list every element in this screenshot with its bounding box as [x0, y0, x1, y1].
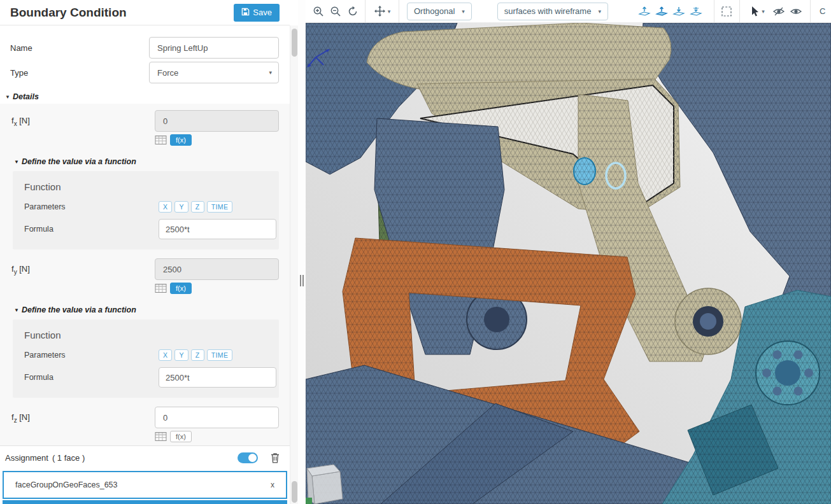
assignment-item-selection-bar — [3, 500, 287, 504]
render-mode-select[interactable]: surfaces with wireframe ▾ — [497, 3, 608, 20]
fx-table-button[interactable] — [155, 135, 167, 145]
function-title: Function — [24, 181, 278, 192]
trash-icon[interactable] — [271, 452, 280, 463]
page-title: Boundary Condition — [10, 6, 127, 20]
toolbar-separator — [810, 0, 811, 23]
clip-plane-2-icon[interactable] — [653, 3, 671, 20]
collapse-triangle-icon: ▼ — [14, 307, 19, 313]
panel-splitter[interactable] — [298, 0, 306, 504]
param-time-button[interactable]: TIME — [207, 349, 233, 361]
visibility-off-icon[interactable] — [771, 3, 788, 20]
fy-formula-input[interactable] — [159, 367, 276, 388]
zoom-in-icon[interactable] — [309, 3, 327, 20]
fx-define-function-header[interactable]: ▼ Define the value via a function — [14, 157, 279, 166]
chevron-down-icon: ▾ — [269, 69, 272, 76]
param-x-button[interactable]: X — [159, 349, 172, 361]
type-label: Type — [10, 68, 149, 78]
assignment-item-label: faceGroupOnGeoFaces_653 — [15, 480, 118, 489]
zoom-out-icon[interactable] — [327, 3, 344, 20]
face-selection-circle[interactable] — [574, 158, 595, 185]
projection-select[interactable]: Orthogonal ▾ — [407, 3, 472, 20]
fy-define-function-header[interactable]: ▼ Define the value via a function — [14, 305, 279, 314]
visibility-on-icon[interactable] — [788, 3, 805, 20]
viewport-toolbar: ▾ Orthogonal ▾ surfaces with wireframe ▾ — [306, 0, 831, 23]
chevron-down-icon: ▾ — [462, 8, 465, 15]
viewport-area: ▾ Orthogonal ▾ surfaces with wireframe ▾ — [306, 0, 831, 504]
assignment-label: Assignment — [5, 453, 48, 463]
fz-table-button[interactable] — [155, 431, 167, 442]
param-z-button[interactable]: Z — [191, 349, 204, 361]
refresh-icon[interactable] — [344, 3, 361, 20]
name-input[interactable] — [149, 37, 279, 59]
fx-input[interactable] — [155, 110, 279, 132]
parameters-label: Parameters — [24, 351, 159, 360]
chevron-down-icon: ▾ — [598, 8, 601, 15]
scrollbar-thumb[interactable] — [292, 481, 297, 503]
fz-row: fz [N] f(x) — [10, 407, 279, 442]
pan-tool-icon[interactable]: ▾ — [368, 3, 396, 20]
param-y-button[interactable]: Y — [174, 201, 188, 213]
fz-function-button[interactable]: f(x) — [170, 431, 192, 442]
app: Boundary Condition Save Name Type Force … — [0, 0, 831, 504]
fy-function-button[interactable]: f(x) — [170, 283, 192, 294]
details-block: fx [N] f(x) ▼ Define the value via a fu — [0, 104, 290, 458]
fx-row: fx [N] f(x) — [10, 110, 279, 146]
assignment-count: ( 1 face ) — [52, 453, 85, 463]
fz-label: fz [N] — [10, 407, 155, 424]
fx-label: fx [N] — [10, 110, 155, 127]
param-x-button[interactable]: X — [159, 201, 172, 213]
fy-input[interactable] — [155, 258, 279, 280]
parameters-label: Parameters — [24, 202, 159, 211]
remove-assignment-button[interactable]: x — [266, 478, 280, 492]
clipped-toolbar-button[interactable]: C — [820, 6, 825, 16]
type-select[interactable]: Force ▾ — [149, 62, 279, 83]
formula-label: Formula — [24, 373, 159, 382]
pointer-tool-icon[interactable]: ▾ — [745, 3, 771, 20]
clip-plane-3-icon[interactable] — [671, 3, 688, 20]
3d-model-canvas[interactable] — [306, 23, 831, 504]
assignment-section: Assignment ( 1 face ) faceGroupOnGeoFace… — [0, 445, 290, 504]
toolbar-separator — [365, 0, 366, 23]
splitter-handle-icon[interactable] — [300, 275, 304, 286]
param-y-button[interactable]: Y — [174, 349, 188, 361]
nav-cube-icon[interactable] — [306, 465, 343, 504]
panel-scrollbar[interactable] — [290, 25, 298, 504]
chevron-down-icon: ▾ — [388, 8, 391, 15]
save-button[interactable]: Save — [234, 4, 280, 22]
save-icon — [241, 8, 250, 18]
panel-header: Boundary Condition Save — [0, 0, 290, 25]
collapse-triangle-icon: ▼ — [5, 94, 10, 100]
param-z-button[interactable]: Z — [191, 201, 204, 213]
formula-label: Formula — [24, 225, 159, 234]
fy-function-box: Function Parameters X Y Z TIME Formula — [13, 319, 279, 398]
fy-table-button[interactable] — [155, 283, 167, 293]
boundary-condition-panel: Boundary Condition Save Name Type Force … — [0, 0, 290, 504]
fy-label: fy [N] — [10, 258, 155, 276]
assignment-toggle[interactable] — [238, 452, 258, 463]
chevron-down-icon: ▾ — [762, 8, 765, 15]
fx-formula-input[interactable] — [159, 219, 276, 239]
toolbar-separator — [739, 0, 740, 23]
assignment-item[interactable]: faceGroupOnGeoFaces_653 x — [3, 471, 287, 499]
scrollbar-thumb[interactable] — [292, 29, 297, 57]
3d-viewport[interactable] — [306, 23, 831, 504]
toolbar-separator — [714, 0, 714, 23]
fz-input[interactable] — [155, 407, 279, 428]
panel-body: Name Type Force ▾ ▼ Details fx [N] — [0, 25, 290, 458]
box-select-icon[interactable] — [718, 3, 735, 20]
toolbar-separator — [399, 0, 399, 23]
fx-function-box: Function Parameters X Y Z TIME Formula — [13, 171, 279, 249]
collapse-triangle-icon: ▼ — [14, 159, 19, 165]
clip-plane-4-icon[interactable] — [688, 3, 705, 20]
name-label: Name — [10, 43, 149, 53]
fx-function-button[interactable]: f(x) — [170, 134, 192, 146]
clip-plane-1-icon[interactable] — [636, 3, 653, 20]
details-section-header[interactable]: ▼ Details — [5, 92, 279, 101]
param-time-button[interactable]: TIME — [207, 201, 233, 213]
function-title: Function — [24, 330, 278, 340]
fy-row: fy [N] f(x) — [10, 258, 279, 294]
